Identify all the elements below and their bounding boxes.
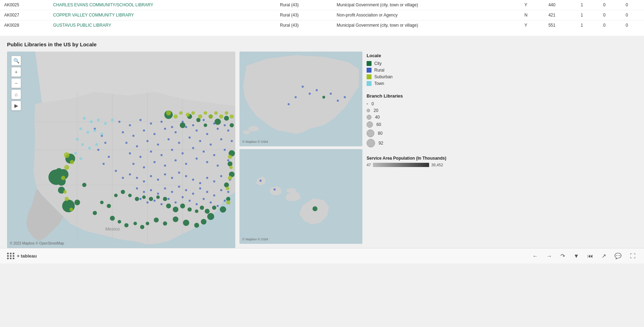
comment-button[interactable]: 💬 bbox=[613, 251, 623, 261]
svg-point-224 bbox=[259, 180, 262, 182]
home-button[interactable]: ⌂ bbox=[11, 89, 21, 99]
fullscreen-button[interactable]: ⛶ bbox=[629, 252, 637, 261]
svg-point-97 bbox=[227, 191, 229, 193]
svg-point-73 bbox=[157, 179, 159, 181]
legend-item-town: Town bbox=[367, 81, 446, 86]
svg-point-140 bbox=[133, 222, 137, 225]
svg-point-147 bbox=[114, 194, 118, 197]
svg-point-211 bbox=[309, 93, 311, 95]
mexico-label: Mexico bbox=[105, 226, 120, 232]
svg-point-15 bbox=[192, 124, 194, 126]
svg-point-136 bbox=[163, 221, 167, 226]
library-legal-basis: Non-profit Association or Agency bbox=[333, 10, 520, 20]
library-name[interactable]: GUSTAVUS PUBLIC LIBRARY bbox=[49, 20, 276, 31]
svg-point-208 bbox=[248, 126, 259, 132]
svg-point-81 bbox=[213, 180, 215, 182]
hawaii-map[interactable]: © Mapbox © OSM bbox=[239, 149, 362, 244]
svg-point-199 bbox=[100, 133, 103, 135]
table-row: AK0027 COPPER VALLEY COMMUNITY LIBRARY R… bbox=[0, 10, 644, 20]
svg-point-168 bbox=[70, 160, 74, 164]
svg-point-54 bbox=[164, 165, 166, 167]
svg-rect-220 bbox=[239, 149, 362, 244]
svg-point-158 bbox=[188, 207, 192, 212]
city-label: City bbox=[374, 61, 382, 66]
svg-point-90 bbox=[178, 186, 180, 188]
svg-point-50 bbox=[224, 149, 226, 151]
svg-point-101 bbox=[160, 203, 163, 205]
svg-point-189 bbox=[65, 197, 69, 201]
svg-point-193 bbox=[97, 119, 100, 121]
nav-dropdown-button[interactable]: ▼ bbox=[572, 252, 580, 261]
play-button[interactable]: ▶ bbox=[11, 101, 21, 111]
svg-point-202 bbox=[88, 147, 91, 149]
svg-point-99 bbox=[146, 201, 149, 203]
svg-point-167 bbox=[64, 152, 70, 158]
svg-point-210 bbox=[302, 86, 304, 88]
share-button[interactable]: ↗ bbox=[600, 251, 607, 261]
zoom-in-button[interactable]: + bbox=[11, 67, 21, 77]
library-name[interactable]: COPPER VALLEY COMMUNITY LIBRARY bbox=[49, 10, 276, 20]
svg-point-179 bbox=[225, 111, 228, 115]
library-bookmobiles: 0 bbox=[599, 10, 622, 20]
svg-point-195 bbox=[111, 119, 114, 121]
branch-circle-0 bbox=[367, 103, 368, 105]
suburban-label: Suburban bbox=[374, 74, 393, 79]
zoom-out-button[interactable]: − bbox=[11, 78, 21, 88]
svg-point-223 bbox=[274, 188, 276, 191]
nav-redo-button[interactable]: ↷ bbox=[559, 251, 566, 261]
svg-point-134 bbox=[183, 220, 189, 226]
locale-legend-title: Locale bbox=[367, 53, 446, 58]
svg-point-48 bbox=[203, 151, 205, 153]
branch-circle-92 bbox=[367, 139, 375, 147]
tableau-logo: + tableau bbox=[7, 253, 37, 259]
library-branches: 1 bbox=[577, 0, 599, 10]
svg-point-49 bbox=[213, 154, 215, 156]
svg-point-51 bbox=[132, 163, 134, 165]
population-bar bbox=[373, 163, 429, 167]
search-button[interactable]: 🔍 bbox=[11, 56, 21, 66]
map-container: 🔍 + − ⌂ ▶ bbox=[7, 52, 637, 248]
svg-point-34 bbox=[167, 138, 170, 140]
library-id: AK0028 bbox=[0, 20, 49, 31]
main-map[interactable]: 🔍 + − ⌂ ▶ bbox=[7, 52, 235, 248]
library-name[interactable]: CHARLES EVANS COMMUNITY/SCHOOL LIBRARY bbox=[49, 0, 276, 10]
svg-point-36 bbox=[189, 136, 191, 139]
library-id: AK0025 bbox=[0, 0, 49, 10]
svg-point-32 bbox=[146, 140, 149, 142]
svg-point-192 bbox=[90, 120, 93, 123]
nav-forward-button[interactable]: → bbox=[545, 252, 553, 261]
svg-point-29 bbox=[227, 129, 229, 132]
svg-point-128 bbox=[224, 182, 229, 187]
branch-circle-40 bbox=[367, 115, 372, 120]
alaska-map[interactable]: © Mapbox © OSM bbox=[239, 52, 362, 146]
branch-label-20: 20 bbox=[374, 108, 378, 113]
svg-point-91 bbox=[185, 189, 187, 191]
population-legend-title: Service Area Population (In Thousands) bbox=[367, 156, 446, 161]
svg-point-39 bbox=[220, 138, 222, 140]
svg-point-44 bbox=[160, 154, 163, 156]
svg-point-75 bbox=[171, 177, 173, 179]
map-section: Public Libraries in the US by Locale 🔍 +… bbox=[0, 36, 644, 248]
svg-point-57 bbox=[196, 158, 198, 160]
map-section-title: Public Libraries in the US by Locale bbox=[7, 41, 637, 47]
svg-point-183 bbox=[228, 176, 232, 180]
svg-point-55 bbox=[175, 159, 177, 161]
library-branches: 1 bbox=[577, 20, 599, 31]
svg-point-171 bbox=[179, 111, 183, 115]
svg-point-110 bbox=[224, 200, 226, 202]
svg-point-191 bbox=[83, 117, 86, 120]
rural-label: Rural bbox=[374, 68, 385, 73]
svg-point-155 bbox=[166, 203, 171, 208]
svg-point-159 bbox=[195, 209, 198, 213]
svg-point-197 bbox=[86, 131, 89, 134]
nav-back-button[interactable]: ← bbox=[531, 252, 539, 261]
svg-point-42 bbox=[139, 156, 142, 158]
svg-point-46 bbox=[182, 152, 184, 154]
branch-circle-80 bbox=[367, 129, 374, 137]
svg-point-26 bbox=[196, 129, 198, 132]
svg-point-45 bbox=[171, 149, 173, 151]
branch-label-60: 60 bbox=[376, 122, 381, 127]
town-label: Town bbox=[374, 81, 384, 86]
nav-first-button[interactable]: ⏮ bbox=[586, 252, 594, 261]
branch-label-92: 92 bbox=[379, 141, 383, 146]
